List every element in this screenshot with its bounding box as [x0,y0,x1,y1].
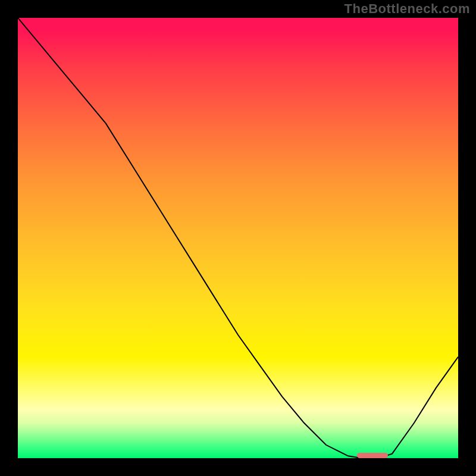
watermark-text: TheBottleneck.com [345,1,470,17]
plot-area [18,18,458,458]
curve-svg [18,18,458,458]
optimal-range-marker [357,453,388,458]
chart-stage: TheBottleneck.com [0,0,476,476]
bottleneck-curve-path [18,18,458,458]
